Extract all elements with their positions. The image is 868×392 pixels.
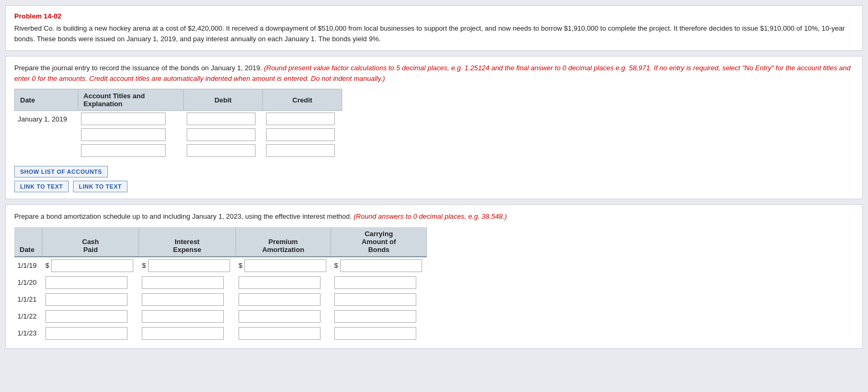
amort-carrying-input-4[interactable] [334, 310, 416, 323]
journal-acct-3-cell [78, 143, 184, 158]
link-to-text-button-1[interactable]: LINK TO TEXT [14, 181, 69, 192]
amort-cash-cell-2 [42, 274, 139, 291]
amort-date-3: 1/1/21 [14, 291, 42, 308]
part2-instruction: Prepare a bond amortization schedule up … [14, 211, 854, 222]
journal-date-1: January 1, 2019 [15, 111, 78, 127]
journal-credit-3-input[interactable] [266, 144, 335, 157]
amort-carrying-input-1[interactable] [340, 259, 422, 272]
amort-premium-input-4[interactable] [239, 310, 321, 323]
journal-credit-1-cell [263, 111, 342, 127]
amort-cash-input-3[interactable] [45, 293, 127, 306]
journal-date-2 [15, 127, 78, 143]
amort-row-2: 1/1/20 [14, 274, 427, 291]
amort-date-1: 1/1/19 [14, 257, 42, 274]
amort-carrying-cell-1: $ [331, 257, 427, 274]
journal-header-credit: Credit [263, 89, 342, 111]
amort-carrying-input-2[interactable] [334, 276, 416, 289]
amort-premium-input-5[interactable] [239, 327, 321, 340]
journal-row-1: January 1, 2019 [15, 111, 342, 127]
amort-premium-input-3[interactable] [239, 293, 321, 306]
journal-date-3 [15, 143, 78, 158]
amort-premium-cell-2 [235, 274, 331, 291]
journal-debit-3-cell [184, 143, 263, 158]
journal-row-3 [15, 143, 342, 158]
amort-cash-cell-4 [42, 308, 139, 325]
amortization-table: Date Cash Paid Interest Expense Premium … [14, 227, 427, 342]
journal-acct-1-cell [78, 111, 184, 127]
amort-cash-cell-5 [42, 325, 139, 342]
journal-credit-2-cell [263, 127, 342, 143]
journal-entry-table: Date Account Titles and Explanation Debi… [14, 89, 342, 158]
journal-credit-2-input[interactable] [266, 128, 335, 141]
amort-interest-input-5[interactable] [142, 327, 224, 340]
dollar-sign-carrying-1: $ [334, 262, 338, 269]
amort-premium-input-2[interactable] [239, 276, 321, 289]
part2-instruction-red: (Round answers to 0 decimal places, e.g.… [354, 212, 507, 220]
amort-cash-input-5[interactable] [45, 327, 127, 340]
amort-cash-cell-1: $ [42, 257, 139, 274]
journal-debit-2-input[interactable] [187, 128, 255, 141]
journal-debit-3-input[interactable] [187, 144, 255, 157]
dollar-sign-cash-1: $ [45, 262, 49, 269]
part1-instruction: Prepare the journal entry to record the … [14, 63, 854, 83]
amort-interest-cell-5 [139, 325, 235, 342]
journal-credit-1-input[interactable] [266, 113, 335, 125]
problem-title: Problem 14-02 [14, 12, 854, 20]
amort-interest-input-1[interactable] [148, 259, 230, 272]
amort-header-date: Date [14, 227, 42, 257]
journal-header-debit: Debit [184, 89, 263, 111]
journal-acct-3-input[interactable] [81, 144, 166, 157]
amort-row-1: 1/1/19$$$$ [14, 257, 427, 274]
link-to-text-button-2[interactable]: LINK TO TEXT [73, 181, 127, 192]
amort-carrying-input-5[interactable] [334, 327, 416, 340]
journal-header-account: Account Titles and Explanation [78, 89, 184, 111]
amort-date-4: 1/1/22 [14, 308, 42, 325]
amort-header-premium: Premium Amortization [235, 227, 331, 257]
part1-link-row: LINK TO TEXT LINK TO TEXT [14, 181, 854, 192]
amort-date-5: 1/1/23 [14, 325, 42, 342]
amort-interest-cell-3 [139, 291, 235, 308]
show-list-button[interactable]: SHOW LIST OF ACCOUNTS [14, 166, 108, 178]
amort-row-3: 1/1/21 [14, 291, 427, 308]
journal-acct-2-cell [78, 127, 184, 143]
amort-premium-cell-3 [235, 291, 331, 308]
amort-premium-cell-5 [235, 325, 331, 342]
journal-acct-2-input[interactable] [81, 128, 166, 141]
journal-row-2 [15, 127, 342, 143]
amort-date-2: 1/1/20 [14, 274, 42, 291]
amort-carrying-input-3[interactable] [334, 293, 416, 306]
amort-carrying-cell-3 [331, 291, 427, 308]
amort-premium-input-1[interactable] [244, 259, 326, 272]
dollar-sign-premium-1: $ [239, 262, 242, 269]
amort-row-4: 1/1/22 [14, 308, 427, 325]
journal-debit-1-input[interactable] [187, 113, 255, 125]
journal-header-date: Date [15, 89, 78, 111]
amort-carrying-cell-4 [331, 308, 427, 325]
part2-card: Prepare a bond amortization schedule up … [5, 204, 863, 349]
part2-instruction-plain: Prepare a bond amortization schedule up … [14, 212, 354, 220]
journal-credit-3-cell [263, 143, 342, 158]
amort-cash-input-2[interactable] [45, 276, 127, 289]
part1-card: Prepare the journal entry to record the … [5, 56, 863, 199]
dollar-sign-interest-1: $ [142, 262, 145, 269]
amort-interest-input-3[interactable] [142, 293, 224, 306]
amort-interest-cell-2 [139, 274, 235, 291]
amort-interest-input-4[interactable] [142, 310, 224, 323]
part1-instruction-plain: Prepare the journal entry to record the … [14, 64, 264, 72]
journal-debit-2-cell [184, 127, 263, 143]
journal-debit-1-cell [184, 111, 263, 127]
amort-carrying-cell-5 [331, 325, 427, 342]
amort-cash-input-1[interactable] [51, 259, 133, 272]
amort-header-cash: Cash Paid [42, 227, 139, 257]
amort-interest-cell-1: $ [139, 257, 235, 274]
journal-acct-1-input[interactable] [81, 113, 166, 125]
amort-header-interest: Interest Expense [139, 227, 235, 257]
amort-carrying-cell-2 [331, 274, 427, 291]
amort-interest-input-2[interactable] [142, 276, 224, 289]
amort-header-carrying: Carrying Amount of Bonds [331, 227, 427, 257]
amort-cash-input-4[interactable] [45, 310, 127, 323]
problem-description: Riverbed Co. is building a new hockey ar… [14, 23, 854, 44]
amort-cash-cell-3 [42, 291, 139, 308]
amort-premium-cell-1: $ [235, 257, 331, 274]
problem-description-card: Problem 14-02 Riverbed Co. is building a… [5, 5, 863, 51]
